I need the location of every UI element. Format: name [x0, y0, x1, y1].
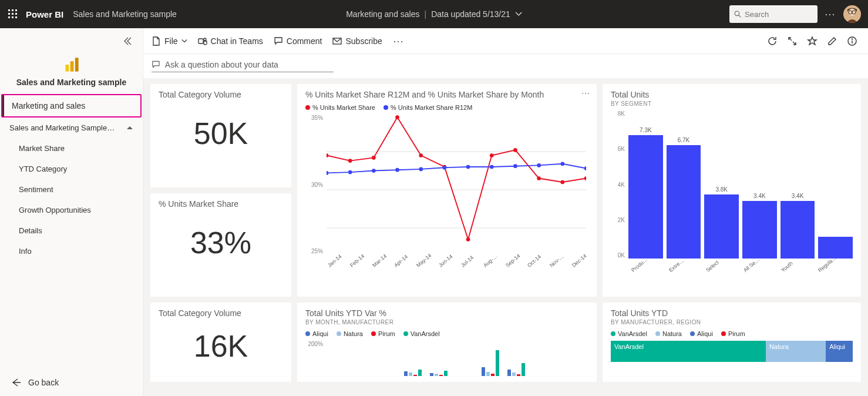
- tile-title: Total Category Volume: [159, 308, 283, 318]
- tile-value: 50K: [159, 116, 283, 151]
- legend-label: Aliqui: [697, 330, 713, 337]
- chat-label: Chat in Teams: [211, 36, 263, 46]
- dot-icon: [690, 331, 695, 336]
- legend-label: % Units Market Share R12M: [391, 104, 472, 111]
- collapse-sidebar-icon[interactable]: [122, 36, 132, 46]
- search-icon: [734, 10, 741, 18]
- nav-item-sentiment[interactable]: Sentiment: [0, 179, 143, 200]
- legend-label: VanArsdel: [618, 330, 647, 337]
- subscribe-button[interactable]: Subscribe: [332, 36, 382, 46]
- dot-icon: [383, 105, 388, 110]
- nav-sidebar: Sales and Marketing sample Marketing and…: [0, 28, 143, 396]
- tile-more-icon[interactable]: ⋯: [581, 89, 591, 98]
- dot-icon: [371, 331, 376, 336]
- toolbar: File Chat in Teams Comment Subscribe ⋯: [143, 28, 868, 54]
- dot-icon: [655, 331, 660, 336]
- tile-percent-units-market-share[interactable]: % Units Market Share 33%: [150, 193, 291, 297]
- svg-point-44: [443, 166, 447, 170]
- legend-label: Natura: [344, 330, 363, 337]
- clustered-bar-chart: 200%: [305, 341, 588, 376]
- search-input[interactable]: [745, 10, 813, 19]
- tile-title: Total Units: [611, 90, 853, 99]
- chart-legend: VanArsdel Natura Aliqui Pirum: [611, 330, 853, 337]
- dot-icon: [611, 331, 615, 336]
- axis-tick: 200%: [308, 341, 323, 347]
- svg-point-31: [419, 153, 423, 157]
- teams-icon: [198, 36, 207, 46]
- arrow-left-icon: [11, 377, 21, 388]
- file-menu-button[interactable]: File: [152, 36, 187, 46]
- svg-point-37: [560, 180, 564, 184]
- svg-rect-6: [8, 16, 10, 18]
- tile-subtitle: By Manufacturer, Region: [611, 319, 853, 325]
- tile-value: 33%: [159, 225, 283, 260]
- qna-input[interactable]: [165, 60, 334, 69]
- svg-point-49: [560, 162, 564, 166]
- svg-point-27: [327, 153, 328, 157]
- svg-rect-3: [8, 13, 10, 15]
- chat-in-teams-button[interactable]: Chat in Teams: [198, 36, 263, 46]
- tile-total-units-ytd[interactable]: Total Units YTD By Manufacturer, Region …: [603, 303, 861, 382]
- chevron-down-icon: [181, 38, 187, 44]
- legend-label: % Units Market Share: [312, 104, 375, 111]
- legend-label: Pirum: [378, 330, 395, 337]
- info-icon[interactable]: [847, 36, 857, 46]
- dot-icon: [721, 331, 726, 336]
- svg-point-47: [513, 164, 517, 168]
- nav-item-details[interactable]: Details: [0, 220, 143, 241]
- nav-group-label: Sales and Marketing Sample…: [9, 123, 115, 132]
- svg-point-9: [735, 11, 739, 16]
- svg-point-39: [327, 171, 328, 175]
- svg-point-36: [537, 176, 541, 180]
- data-updated-label: Data updated 5/13/21: [431, 9, 510, 19]
- tile-title: Total Units YTD: [611, 308, 853, 318]
- refresh-icon[interactable]: [767, 36, 778, 46]
- svg-rect-7: [12, 16, 14, 18]
- tile-total-category-volume-2[interactable]: Total Category Volume 16K: [150, 303, 291, 382]
- tile-total-units-ytd-var[interactable]: Total Units YTD Var % By Month, Manufact…: [297, 303, 597, 382]
- svg-point-29: [372, 156, 376, 160]
- header-more-icon[interactable]: ⋯: [825, 8, 836, 21]
- search-box[interactable]: [729, 5, 817, 23]
- tile-value: 16K: [159, 328, 283, 364]
- chevron-up-icon: [126, 125, 133, 132]
- tile-title: % Units Market Share: [159, 199, 283, 209]
- dot-icon: [337, 331, 341, 336]
- legend-label: Natura: [662, 330, 682, 337]
- nav-group-sample[interactable]: Sales and Marketing Sample…: [0, 118, 143, 138]
- svg-point-50: [584, 166, 586, 170]
- comment-button[interactable]: Comment: [274, 36, 322, 46]
- tile-market-share-line[interactable]: % Units Market Share R12M and % Units Ma…: [297, 84, 597, 297]
- dot-icon: [403, 331, 408, 336]
- svg-rect-4: [12, 13, 14, 15]
- svg-rect-18: [199, 39, 203, 43]
- edit-icon[interactable]: [827, 36, 837, 46]
- svg-point-28: [348, 159, 352, 163]
- tile-title: Total Category Volume: [159, 90, 283, 99]
- nav-item-market-share[interactable]: Market Share: [0, 138, 143, 159]
- fullscreen-icon[interactable]: [787, 36, 798, 46]
- tile-total-units-by-segment[interactable]: Total Units By Segment 8K6K4K2K0K 7.3K6.…: [603, 84, 861, 297]
- chevron-down-icon[interactable]: [515, 11, 522, 18]
- go-back-button[interactable]: Go back: [0, 369, 143, 396]
- svg-point-23: [852, 39, 853, 39]
- workspace-label: Sales and Marketing sample: [73, 9, 177, 19]
- tile-title: Total Units YTD Var %: [305, 308, 588, 318]
- subscribe-label: Subscribe: [345, 36, 382, 46]
- favorite-icon[interactable]: [807, 36, 817, 46]
- svg-point-48: [537, 163, 541, 167]
- user-avatar[interactable]: [843, 5, 861, 23]
- nav-item-ytd-category[interactable]: YTD Category: [0, 159, 143, 179]
- svg-point-41: [372, 169, 376, 173]
- dataset-title: Sales and Marketing sample: [0, 78, 143, 94]
- nav-item-marketing-and-sales[interactable]: Marketing and sales: [2, 95, 140, 116]
- brand-label: Power BI: [26, 9, 63, 19]
- qna-box[interactable]: [152, 59, 334, 72]
- header-breadcrumb[interactable]: Marketing and sales | Data updated 5/13/…: [346, 9, 522, 19]
- toolbar-more-icon[interactable]: ⋯: [393, 35, 405, 48]
- app-launcher-icon[interactable]: [7, 8, 19, 20]
- nav-item-info[interactable]: Info: [0, 241, 143, 261]
- svg-rect-8: [15, 16, 17, 18]
- tile-total-category-volume-1[interactable]: Total Category Volume 50K: [150, 84, 291, 187]
- nav-item-growth-opportunities[interactable]: Growth Opportunities: [0, 200, 143, 220]
